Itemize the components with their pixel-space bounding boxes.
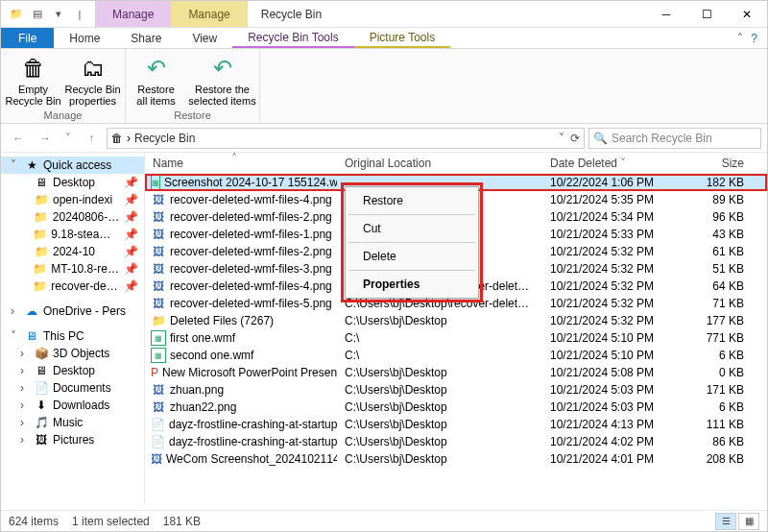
close-button[interactable]: ✕: [727, 1, 767, 27]
folder-icon: 🖥: [34, 176, 49, 189]
folder-icon: 🎵: [34, 416, 49, 429]
nav-this-pc[interactable]: ˅ 🖥 This PC: [1, 327, 144, 345]
nav-item[interactable]: ›🖥Desktop: [1, 362, 144, 379]
nav-item[interactable]: 📁20240806-op📌: [1, 208, 144, 226]
tab-home[interactable]: Home: [54, 28, 115, 48]
titlebar: 📁 ▤ ▾ | Manage Manage Recycle Bin ─ ☐ ✕: [1, 1, 767, 28]
nav-quick-access[interactable]: ˅ ★ Quick access: [1, 157, 144, 174]
context-restore[interactable]: Restore: [348, 189, 476, 212]
refresh-icon[interactable]: ⟳: [570, 132, 580, 145]
column-name[interactable]: Name ˄: [145, 157, 337, 170]
file-name: second one.wmf: [170, 349, 253, 362]
nav-item[interactable]: ›📄Documents: [1, 379, 144, 397]
recent-locations-button[interactable]: ˅: [60, 127, 76, 150]
nav-onedrive[interactable]: › ☁ OneDrive - Pers: [1, 302, 144, 320]
file-name: recover-deleted-wmf-files-5.png: [170, 297, 332, 310]
pin-icon: 📌: [124, 245, 138, 258]
restore-all-button[interactable]: ↶ Restoreall items: [127, 53, 186, 109]
table-row[interactable]: 🖼zhuan.pngC:\Users\bj\Desktop10/21/2024 …: [145, 381, 767, 399]
nav-item[interactable]: 📁MT-10.8-recov📌: [1, 260, 144, 278]
nav-item[interactable]: 📁recover-delete📌: [1, 278, 144, 295]
context-cut[interactable]: Cut: [348, 217, 476, 240]
qat-dropdown-icon[interactable]: ▾: [51, 7, 66, 22]
context-menu: Restore Cut Delete Properties: [345, 186, 479, 299]
nav-item[interactable]: 📁9.18-steam-ba📌: [1, 226, 144, 243]
empty-recycle-bin-button[interactable]: 🗑 EmptyRecycle Bin: [4, 53, 63, 109]
tab-view[interactable]: View: [177, 28, 232, 48]
up-button[interactable]: ↑: [80, 127, 103, 150]
ribbon-collapse-icon[interactable]: ˄: [737, 32, 743, 45]
file-location: C:\Users\bj\Desktop: [337, 418, 542, 431]
file-icon: 🖼: [151, 382, 166, 398]
column-original-location[interactable]: Original Location: [337, 157, 542, 170]
view-thumbnails-button[interactable]: ▦: [738, 513, 759, 530]
status-selection-count: 1 item selected: [72, 515, 150, 528]
table-row[interactable]: 📄dayz-frostline-crashing-at-startup-...C…: [145, 433, 767, 450]
search-input[interactable]: 🔍 Search Recycle Bin: [588, 128, 761, 149]
chevron-right-icon[interactable]: ›: [127, 132, 131, 145]
pin-icon: 📌: [124, 262, 138, 276]
expand-icon[interactable]: ˅: [11, 158, 20, 172]
table-row[interactable]: 📁Deleted Files (7267)C:\Users\bj\Desktop…: [145, 312, 767, 329]
nav-item[interactable]: ›📦3D Objects: [1, 345, 144, 362]
file-name: Deleted Files (7267): [170, 314, 274, 327]
folder-icon: 📄: [34, 381, 49, 395]
nav-item[interactable]: 📁open-indexi📌: [1, 191, 144, 208]
pin-icon: 📌: [124, 176, 138, 189]
nav-item[interactable]: 🖥Desktop📌: [1, 174, 144, 191]
table-row[interactable]: 🖼WeCom Screenshot_20241021148...C:\Users…: [145, 450, 767, 468]
context-properties[interactable]: Properties: [348, 273, 476, 296]
folder-icon: 📁: [34, 210, 49, 224]
table-row[interactable]: 📄dayz-frostline-crashing-at-startup-...C…: [145, 416, 767, 433]
ribbon-help-icon[interactable]: ?: [751, 32, 757, 45]
file-icon: ▦: [151, 330, 166, 346]
tab-picture-tools[interactable]: Picture Tools: [354, 28, 450, 48]
file-icon: ▦: [151, 175, 160, 190]
table-row[interactable]: ▦second one.wmfC:\10/21/2024 5:10 PM6 KB: [145, 347, 767, 364]
expand-icon[interactable]: ˅: [11, 329, 20, 343]
nav-item[interactable]: 📁2024-10📌: [1, 243, 144, 260]
context-delete[interactable]: Delete: [348, 245, 476, 268]
file-date: 10/21/2024 5:33 PM: [542, 228, 696, 241]
file-icon: 🖼: [151, 227, 166, 242]
menu-separator: [348, 214, 475, 215]
restore-selected-button[interactable]: ↶ Restore theselected items: [186, 53, 259, 109]
nav-item[interactable]: ›🎵Music: [1, 414, 144, 431]
table-row[interactable]: ▦first one.wmfC:\10/21/2024 5:10 PM771 K…: [145, 329, 767, 347]
table-row[interactable]: PNew Microsoft PowerPoint Present...C:\U…: [145, 364, 767, 381]
tab-file[interactable]: File: [1, 28, 54, 48]
file-name: zhuan.png: [170, 383, 224, 397]
nav-item[interactable]: ›⬇Downloads: [1, 397, 144, 414]
file-icon: 🖼: [151, 244, 166, 259]
contextual-tab-headers: Manage Manage: [95, 1, 248, 27]
tab-share[interactable]: Share: [115, 28, 177, 48]
minimize-button[interactable]: ─: [646, 1, 686, 27]
qat-properties-icon[interactable]: ▤: [30, 7, 45, 22]
view-details-button[interactable]: ☰: [715, 513, 736, 530]
file-location: C:\: [337, 331, 542, 345]
recycle-bin-properties-button[interactable]: 🗂 Recycle Binproperties: [63, 53, 123, 109]
table-row[interactable]: 🖼zhuan22.pngC:\Users\bj\Desktop10/21/202…: [145, 399, 767, 416]
file-date: 10/22/2024 1:06 PM: [542, 176, 696, 189]
column-date-deleted[interactable]: Date Deleted ˅: [542, 157, 696, 170]
back-button[interactable]: ←: [7, 127, 30, 150]
column-size[interactable]: Size: [696, 157, 752, 170]
nav-item[interactable]: ›🖼Pictures: [1, 431, 144, 448]
manage-header-yellow: Manage: [171, 1, 247, 27]
file-date: 10/21/2024 4:01 PM: [542, 452, 696, 466]
status-bar: 624 items 1 item selected 181 KB ☰ ▦: [1, 510, 767, 531]
maximize-button[interactable]: ☐: [686, 1, 727, 27]
file-icon: 🖼: [151, 261, 166, 277]
forward-button[interactable]: →: [34, 127, 57, 150]
file-location: C:\Users\bj\Desktop: [337, 400, 542, 414]
address-box[interactable]: 🗑 › Recycle Bin ˅ ⟳: [107, 128, 585, 149]
file-icon: 🖼: [151, 278, 166, 294]
quick-access-toolbar: 📁 ▤ ▾ |: [1, 7, 95, 22]
address-dropdown-icon[interactable]: ˅: [559, 132, 564, 145]
address-bar: ← → ˅ ↑ 🗑 › Recycle Bin ˅ ⟳ 🔍 Search Rec…: [1, 124, 767, 153]
recycle-bin-icon: 🗑: [22, 55, 45, 82]
tab-recyclebin-tools[interactable]: Recycle Bin Tools: [232, 28, 354, 48]
breadcrumb[interactable]: Recycle Bin: [134, 132, 195, 145]
expand-icon[interactable]: ›: [11, 304, 20, 318]
file-size: 51 KB: [696, 262, 752, 276]
